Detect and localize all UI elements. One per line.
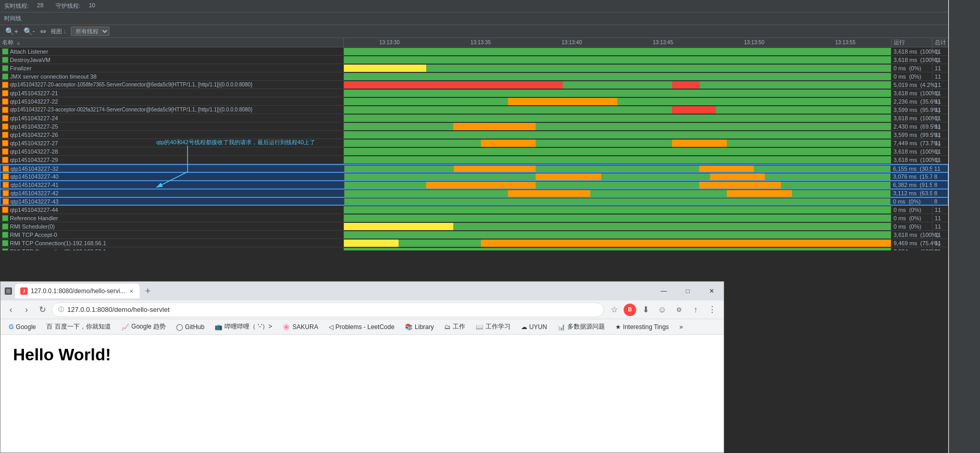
thread-icon: [2, 98, 8, 105]
bookmark-work[interactable]: 🗂 工作: [440, 321, 469, 333]
table-row[interactable]: qtp1451043227-27 7,449 ms (73.7%) 11: [0, 139, 948, 147]
total-value: 11: [935, 82, 941, 88]
bookmark-label: 百度一下，你就知道: [55, 322, 111, 331]
bookmark-leetcode[interactable]: ◁ Problems - LeetCode: [325, 322, 399, 332]
bookmark-bilibili[interactable]: 📺 哔哩哔哩（ '-'）>: [210, 321, 276, 333]
browser-titlebar: J 127.0.0.1:8080/demo/hello-servi... ✕ +…: [1, 282, 724, 300]
table-row[interactable]: Finalizer 0 ms (0%) 11: [0, 64, 948, 72]
total-value: 11: [935, 240, 941, 246]
total-value: 11: [935, 90, 941, 96]
thread-icon: [2, 248, 8, 251]
table-row[interactable]: qtp1451043227-22 2,236 ms (35.6%) 11: [0, 97, 948, 106]
table-row[interactable]: qtp1451043227-40 3,076 ms (15.7%) 8: [0, 172, 948, 181]
thread-name: qtp1451043227-44: [10, 207, 58, 213]
table-row[interactable]: qtp1451043227-24 3,618 ms (100%) 11: [0, 114, 948, 122]
bookmark-label: Library: [415, 323, 434, 331]
run-value: 3,618 ms (100%): [894, 57, 939, 63]
bookmark-button[interactable]: B: [624, 304, 636, 316]
table-row[interactable]: Attach Listener 3,618 ms (100%) 11: [0, 47, 948, 56]
table-row[interactable]: qtp1451043227-21 3,618 ms (100%) 11: [0, 89, 948, 97]
bookmark-google[interactable]: G Google: [5, 322, 40, 332]
google-icon: G: [9, 323, 14, 331]
reload-button[interactable]: ↻: [36, 304, 48, 316]
thread-icon: [3, 190, 9, 196]
thread-icon: [2, 207, 8, 213]
realtime-threads-value: 28: [37, 2, 43, 10]
bookmark-datasource[interactable]: 📊 多数据源问题: [553, 321, 609, 333]
bookmark-sakura[interactable]: 🌸 SAKURA: [278, 322, 322, 332]
bookmark-label: UYUN: [529, 323, 547, 331]
table-row[interactable]: qtp1451043227-23-acceptor-002fa32174-Ser…: [0, 106, 948, 114]
minimize-button[interactable]: —: [652, 282, 676, 300]
bookmark-baidu[interactable]: 百 百度一下，你就知道: [42, 321, 115, 333]
table-row[interactable]: qtp1451043227-29 3,618 ms (100%) 11: [0, 156, 948, 164]
table-row[interactable]: DestroyJavaVM 3,618 ms (100%) 11: [0, 56, 948, 64]
bookmark-interesting[interactable]: ★ Interesting Tings: [611, 322, 673, 332]
table-row[interactable]: qtp1451043227-25 2,430 ms (69.5%) 11: [0, 122, 948, 131]
bookmark-label: Google: [16, 323, 36, 331]
zoom-in-button[interactable]: 🔍+: [4, 27, 19, 35]
trends-icon: 📈: [121, 323, 129, 331]
table-row[interactable]: RMI Scheduler(0) 0 ms (0%) 11: [0, 222, 948, 231]
table-row[interactable]: qtp1451043227-20-acceptor-1058fe7365-Ser…: [0, 81, 948, 89]
bookmark-label: 哔哩哔哩（ '-'）>: [225, 322, 272, 331]
table-row[interactable]: qtp1451043227-44 0 ms (0%) 11: [0, 206, 948, 214]
time-label-2: 13:13:35: [470, 40, 491, 45]
thread-name: qtp1451043227-28: [10, 148, 58, 155]
thread-name: RMI TCP Accept-0: [10, 232, 57, 238]
table-row[interactable]: qtp1451043227-41 6,382 ms (91.5%) 8: [0, 181, 948, 189]
maximize-button[interactable]: □: [676, 282, 700, 300]
total-value: 11: [935, 123, 941, 130]
new-tab-button[interactable]: +: [143, 286, 153, 297]
total-value: 11: [934, 166, 940, 172]
download-button[interactable]: ⬇: [638, 303, 653, 317]
total-value: 11: [935, 157, 941, 163]
bookmark-more[interactable]: »: [675, 322, 687, 332]
view-select[interactable]: 所有线程: [71, 27, 109, 36]
url-bar[interactable]: ⓘ 127.0.0.1:8080/demo/hello-servlet: [52, 303, 604, 317]
thread-name: Reference Handler: [10, 215, 58, 221]
table-row[interactable]: RMI TCP Connection(1)-192.168.56.1 9,469…: [0, 239, 948, 247]
time-label-6: 13:13:55: [835, 40, 855, 45]
table-row[interactable]: RMI TCP Connection(2)-192.168.56.1 7,594…: [0, 247, 948, 250]
profile-button[interactable]: ☺: [655, 303, 669, 317]
thread-name: qtp1451043227-41: [10, 182, 58, 188]
table-row[interactable]: Reference Handler 0 ms (0%) 11: [0, 214, 948, 222]
time-label-3: 13:13:40: [562, 40, 582, 45]
time-label-4: 13:13:45: [653, 40, 673, 45]
bookmark-work-study[interactable]: 📖 工作学习: [472, 321, 515, 333]
bookmark-google-trends[interactable]: 📈 Google 趋势: [117, 321, 170, 333]
run-value: 7,594 ms (100%): [894, 248, 939, 251]
extensions-button[interactable]: ⚙: [672, 303, 686, 317]
table-row[interactable]: JMX server connection timeout 38 0 ms (0…: [0, 72, 948, 81]
star-button[interactable]: ☆: [607, 303, 622, 317]
settings-button[interactable]: ⋮: [705, 303, 720, 317]
zoom-out-button[interactable]: 🔍-: [22, 27, 36, 35]
zoom-fit-button[interactable]: ⇔: [39, 27, 47, 35]
sakura-icon: 🌸: [282, 323, 290, 331]
table-row[interactable]: qtp1451043227-42 3,112 ms (63.9%) 8: [0, 189, 948, 197]
table-row[interactable]: qtp1451043227-26 3,599 ms (99.5%) 11: [0, 131, 948, 139]
table-row[interactable]: qtp1451043227-43 0 ms (0%) 8: [0, 197, 948, 206]
right-panel-button[interactable]: 线: [949, 0, 980, 8]
thread-icon: [2, 107, 8, 113]
table-row[interactable]: qtp1451043227-32 6,155 ms (30.5%) 11: [0, 164, 948, 172]
total-value: 11: [935, 132, 941, 138]
share-button[interactable]: ↑: [688, 303, 703, 317]
tab-close-button[interactable]: ✕: [128, 288, 134, 294]
table-row[interactable]: RMI TCP Accept-0 3,618 ms (100%) 11: [0, 231, 948, 239]
total-value: 11: [935, 48, 941, 55]
back-button[interactable]: ‹: [5, 304, 17, 316]
thread-icon: [2, 123, 8, 130]
bookmark-library[interactable]: 📚 Library: [401, 322, 438, 332]
time-label-1: 13:13:30: [379, 40, 400, 45]
bookmark-github[interactable]: ◯ GitHub: [172, 322, 208, 332]
browser-tab[interactable]: J 127.0.0.1:8080/demo/hello-servi... ✕: [15, 284, 140, 298]
table-row[interactable]: qtp1451043227-28 3,618 ms (100%) 11: [0, 147, 948, 156]
total-value: 11: [935, 115, 941, 121]
forward-button[interactable]: ›: [20, 304, 33, 316]
time-label-5: 13:13:50: [744, 40, 764, 45]
thread-name: qtp1451043227-29: [10, 157, 58, 163]
bookmark-uyun[interactable]: ☁ UYUN: [517, 322, 551, 332]
close-button[interactable]: ✕: [700, 282, 724, 300]
